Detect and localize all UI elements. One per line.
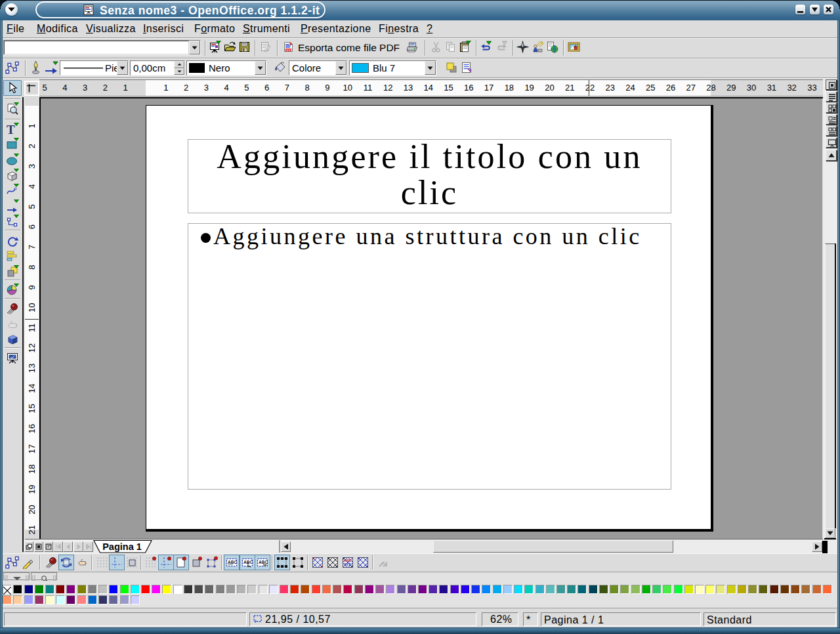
svg-text:6: 6	[27, 224, 37, 229]
svg-text:7: 7	[27, 245, 37, 249]
svg-text:20: 20	[27, 505, 37, 514]
svg-text:21: 21	[27, 525, 37, 534]
svg-text:11: 11	[27, 324, 37, 333]
svg-text:15: 15	[27, 404, 37, 413]
svg-text:19: 19	[27, 484, 37, 494]
svg-text:ABC: ABC	[259, 560, 268, 564]
svg-text:3: 3	[27, 164, 37, 169]
svg-text:8: 8	[27, 265, 37, 270]
svg-text:9: 9	[27, 285, 37, 289]
svg-text:T: T	[7, 123, 15, 136]
svg-text:2: 2	[27, 144, 37, 148]
svg-text:1: 1	[27, 123, 37, 128]
svg-text:XYZ: XYZ	[345, 562, 351, 566]
svg-text:13: 13	[27, 364, 37, 373]
svg-text:12: 12	[27, 343, 37, 352]
svg-text:17: 17	[27, 444, 37, 454]
svg-text:16: 16	[27, 424, 37, 433]
svg-text:14: 14	[27, 384, 37, 393]
svg-text:10: 10	[27, 303, 37, 312]
svg-text:4: 4	[27, 184, 37, 188]
svg-text:18: 18	[27, 465, 37, 474]
svg-text:5: 5	[27, 204, 37, 209]
svg-text:ABC: ABC	[228, 560, 237, 564]
